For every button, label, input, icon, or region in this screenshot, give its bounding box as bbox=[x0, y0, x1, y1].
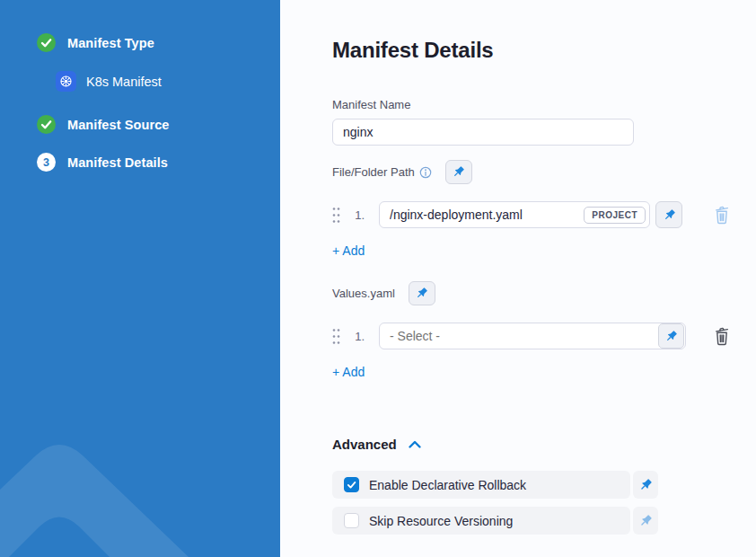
file-path-field: PROJECT bbox=[379, 201, 650, 228]
check-icon bbox=[37, 115, 56, 134]
manifest-name-input[interactable] bbox=[332, 119, 634, 146]
values-file-select[interactable] bbox=[379, 323, 686, 349]
info-icon[interactable] bbox=[419, 166, 432, 179]
row-index: 1. bbox=[353, 330, 365, 343]
skip-resource-versioning-checkbox[interactable] bbox=[344, 513, 359, 528]
scope-badge: PROJECT bbox=[584, 207, 646, 224]
delete-row-icon[interactable] bbox=[713, 326, 731, 346]
wizard-step-sidebar: Manifest Type K8s Manifest bbox=[0, 0, 280, 557]
values-yaml-header: Values.yaml bbox=[332, 281, 756, 305]
add-file-path-button[interactable]: + Add bbox=[332, 243, 365, 258]
file-path-input[interactable] bbox=[380, 208, 584, 222]
sidebar-item-k8s-manifest[interactable]: K8s Manifest bbox=[56, 71, 280, 92]
brand-watermark bbox=[0, 440, 215, 557]
substep-label-k8s-manifest: K8s Manifest bbox=[86, 75, 162, 89]
pin-toggle-button[interactable] bbox=[658, 323, 684, 349]
manifest-details-panel: Manifest Details Manifest Name File/Fold… bbox=[280, 0, 756, 557]
skip-resource-versioning-option[interactable]: Skip Resource Versioning bbox=[332, 507, 630, 535]
pin-toggle-button[interactable] bbox=[445, 160, 472, 184]
chevron-up-icon bbox=[408, 439, 422, 449]
check-icon bbox=[37, 33, 56, 52]
advanced-option-row: Skip Resource Versioning bbox=[332, 507, 658, 535]
advanced-title: Advanced bbox=[332, 437, 397, 452]
advanced-section-toggle[interactable]: Advanced bbox=[332, 437, 756, 452]
row-index: 1. bbox=[353, 208, 365, 222]
drag-handle-icon[interactable] bbox=[332, 328, 340, 345]
step-label-manifest-details: Manifest Details bbox=[67, 155, 168, 170]
sidebar-item-manifest-details[interactable]: 3 Manifest Details bbox=[37, 153, 280, 172]
file-folder-path-row: 1. PROJECT bbox=[332, 201, 756, 228]
values-yaml-label: Values.yaml bbox=[332, 287, 395, 300]
values-yaml-row: 1. bbox=[332, 323, 756, 349]
delete-row-icon[interactable] bbox=[713, 205, 731, 225]
file-folder-path-label: File/Folder Path bbox=[332, 165, 415, 179]
page-title: Manifest Details bbox=[332, 38, 756, 63]
pin-toggle-button[interactable] bbox=[655, 201, 682, 228]
sidebar-item-manifest-source[interactable]: Manifest Source bbox=[37, 115, 280, 134]
pin-toggle-button[interactable] bbox=[633, 471, 658, 499]
step-label-manifest-type: Manifest Type bbox=[67, 36, 154, 50]
values-file-select-input[interactable] bbox=[380, 329, 658, 343]
pin-toggle-button[interactable] bbox=[633, 507, 658, 535]
step-number-badge: 3 bbox=[37, 153, 56, 172]
enable-declarative-rollback-option[interactable]: Enable Declarative Rollback bbox=[332, 471, 630, 499]
manifest-wizard-window: Manifest Type K8s Manifest bbox=[0, 0, 756, 557]
option-label: Skip Resource Versioning bbox=[369, 514, 513, 528]
option-label: Enable Declarative Rollback bbox=[369, 478, 526, 492]
kubernetes-icon bbox=[56, 71, 76, 92]
sidebar-item-manifest-type[interactable]: Manifest Type bbox=[37, 33, 280, 52]
add-values-file-button[interactable]: + Add bbox=[332, 365, 365, 379]
manifest-name-label: Manifest Name bbox=[332, 98, 756, 111]
file-folder-path-header: File/Folder Path bbox=[332, 160, 756, 184]
drag-handle-icon[interactable] bbox=[332, 207, 340, 224]
step-label-manifest-source: Manifest Source bbox=[67, 118, 170, 132]
advanced-option-row: Enable Declarative Rollback bbox=[332, 471, 658, 499]
declarative-rollback-checkbox[interactable] bbox=[344, 477, 359, 492]
pin-toggle-button[interactable] bbox=[409, 281, 435, 305]
